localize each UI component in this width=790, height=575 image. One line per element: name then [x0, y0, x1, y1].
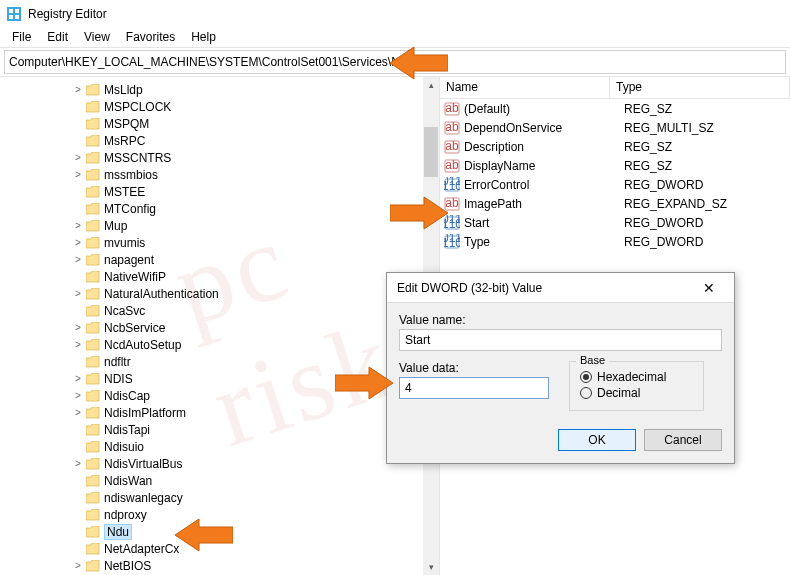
value-row[interactable]: 011110TypeREG_DWORD: [440, 232, 790, 251]
ok-button[interactable]: OK: [558, 429, 636, 451]
col-type[interactable]: Type: [610, 77, 790, 98]
radio-decimal[interactable]: Decimal: [580, 386, 693, 400]
svg-text:ab: ab: [445, 139, 459, 153]
chevron-icon[interactable]: >: [72, 84, 84, 95]
folder-icon: [86, 509, 100, 521]
value-row[interactable]: ab(Default)REG_SZ: [440, 99, 790, 118]
tree-item-label: NativeWifiP: [104, 270, 166, 284]
value-icon: 011110: [444, 177, 460, 193]
chevron-icon[interactable]: >: [72, 390, 84, 401]
tree-item-label: NcbService: [104, 321, 165, 335]
tree-item-label: NdisCap: [104, 389, 150, 403]
tree-item[interactable]: >NdisVirtualBus: [0, 455, 439, 472]
chevron-icon[interactable]: >: [72, 288, 84, 299]
tree-item[interactable]: >napagent: [0, 251, 439, 268]
tree-item[interactable]: MSPQM: [0, 115, 439, 132]
tree-item[interactable]: Ndisuio: [0, 438, 439, 455]
scroll-thumb[interactable]: [424, 127, 438, 177]
value-row[interactable]: 011110StartREG_DWORD: [440, 213, 790, 232]
close-icon[interactable]: ✕: [694, 280, 724, 296]
value-row[interactable]: abImagePathREG_EXPAND_SZ: [440, 194, 790, 213]
chevron-icon[interactable]: >: [72, 560, 84, 571]
radio-dot-icon: [580, 387, 592, 399]
tree-item[interactable]: >NdisImPlatform: [0, 404, 439, 421]
tree-item[interactable]: MSPCLOCK: [0, 98, 439, 115]
tree-item-label: Ndisuio: [104, 440, 144, 454]
svg-text:110: 110: [444, 236, 460, 250]
svg-rect-4: [15, 15, 19, 19]
tree-item[interactable]: >MsLldp: [0, 81, 439, 98]
value-row[interactable]: abDependOnServiceREG_MULTI_SZ: [440, 118, 790, 137]
col-name[interactable]: Name: [440, 77, 610, 98]
tree-item-label: ndiswanlegacy: [104, 491, 183, 505]
chevron-icon[interactable]: >: [72, 322, 84, 333]
tree-item[interactable]: MTConfig: [0, 200, 439, 217]
tree-item-label: MsRPC: [104, 134, 145, 148]
callout-arrow-icon: [390, 43, 448, 83]
tree-item[interactable]: >NcdAutoSetup: [0, 336, 439, 353]
chevron-icon[interactable]: >: [72, 237, 84, 248]
chevron-icon[interactable]: >: [72, 407, 84, 418]
tree-item-label: NaturalAuthentication: [104, 287, 219, 301]
tree-item[interactable]: >NaturalAuthentication: [0, 285, 439, 302]
svg-text:ab: ab: [445, 120, 459, 134]
tree-item[interactable]: NdisWan: [0, 472, 439, 489]
tree-item[interactable]: >mvumis: [0, 234, 439, 251]
folder-icon: [86, 254, 100, 266]
base-legend: Base: [576, 354, 609, 366]
tree-item[interactable]: NdisTapi: [0, 421, 439, 438]
list-header: Name Type: [440, 77, 790, 99]
tree-item[interactable]: >Mup: [0, 217, 439, 234]
cancel-button[interactable]: Cancel: [644, 429, 722, 451]
menu-edit[interactable]: Edit: [39, 28, 76, 47]
chevron-icon[interactable]: >: [72, 152, 84, 163]
menu-view[interactable]: View: [76, 28, 118, 47]
folder-icon: [86, 424, 100, 436]
tree-item[interactable]: MSTEE: [0, 183, 439, 200]
chevron-icon[interactable]: >: [72, 169, 84, 180]
radio-dot-icon: [580, 371, 592, 383]
tree-item-label: MsLldp: [104, 83, 143, 97]
tree-item[interactable]: >mssmbios: [0, 166, 439, 183]
value-row[interactable]: abDescriptionREG_SZ: [440, 137, 790, 156]
folder-icon: [86, 169, 100, 181]
chevron-icon[interactable]: >: [72, 220, 84, 231]
chevron-icon[interactable]: >: [72, 373, 84, 384]
svg-text:ab: ab: [445, 158, 459, 172]
folder-icon: [86, 390, 100, 402]
chevron-icon[interactable]: >: [72, 254, 84, 265]
radio-hexadecimal[interactable]: Hexadecimal: [580, 370, 693, 384]
tree-pane: >MsLldpMSPCLOCKMSPQMMsRPC>MSSCNTRS>mssmb…: [0, 77, 440, 575]
tree-item[interactable]: >NcbService: [0, 319, 439, 336]
chevron-icon[interactable]: >: [72, 339, 84, 350]
tree-item-label: Ndu: [104, 524, 132, 540]
tree-item[interactable]: MsRPC: [0, 132, 439, 149]
menu-file[interactable]: File: [4, 28, 39, 47]
svg-rect-1: [9, 9, 13, 13]
value-row[interactable]: abDisplayNameREG_SZ: [440, 156, 790, 175]
folder-icon: [86, 186, 100, 198]
titlebar: Registry Editor: [0, 0, 790, 28]
tree-item-label: MSSCNTRS: [104, 151, 171, 165]
value-data-input[interactable]: [399, 377, 549, 399]
value-type: REG_SZ: [624, 159, 672, 173]
value-row[interactable]: 011110ErrorControlREG_DWORD: [440, 175, 790, 194]
folder-icon: [86, 322, 100, 334]
window-title: Registry Editor: [28, 7, 107, 21]
menu-help[interactable]: Help: [183, 28, 224, 47]
tree-item[interactable]: >NetBIOS: [0, 557, 439, 574]
tree-item[interactable]: NativeWifiP: [0, 268, 439, 285]
tree-item-label: mvumis: [104, 236, 145, 250]
value-icon: ab: [444, 120, 460, 136]
tree-item[interactable]: NcaSvc: [0, 302, 439, 319]
tree-item-label: NcaSvc: [104, 304, 145, 318]
scroll-down-icon[interactable]: ▾: [423, 559, 439, 575]
tree-item[interactable]: >MSSCNTRS: [0, 149, 439, 166]
tree-item[interactable]: ndiswanlegacy: [0, 489, 439, 506]
menu-favorites[interactable]: Favorites: [118, 28, 183, 47]
value-name: Type: [464, 235, 624, 249]
chevron-icon[interactable]: >: [72, 458, 84, 469]
svg-marker-24: [390, 47, 448, 79]
folder-icon: [86, 152, 100, 164]
folder-icon: [86, 458, 100, 470]
